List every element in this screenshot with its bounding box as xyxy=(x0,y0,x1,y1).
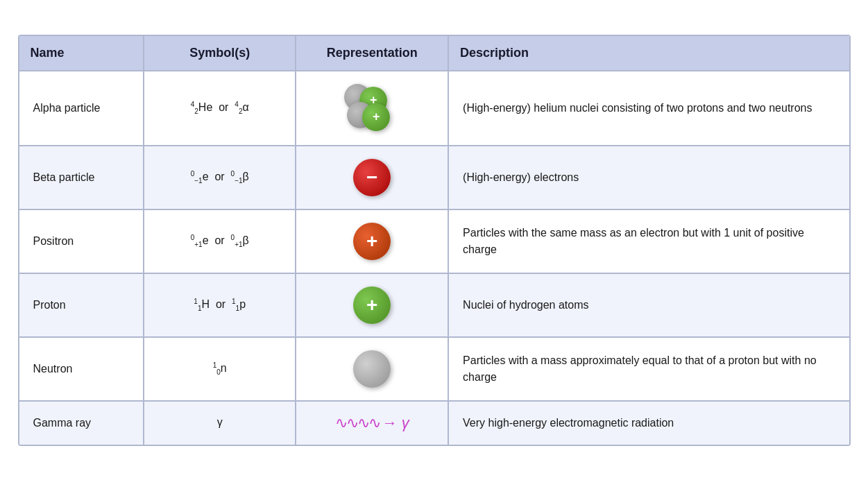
particle-representation: + xyxy=(296,273,448,337)
particle-name: Neutron xyxy=(19,337,144,401)
beta-particle-icon: − xyxy=(353,159,391,196)
table-row: Neutron 10n Particles with a mass approx… xyxy=(19,337,849,401)
particle-representation: − xyxy=(296,146,448,209)
header-name: Name xyxy=(19,36,144,71)
particle-symbol: 0+1e or 0+1β xyxy=(144,209,296,273)
gamma-wave-icon: ∿∿∿∿ xyxy=(335,414,380,432)
header-symbol: Symbol(s) xyxy=(144,36,296,71)
gamma-arrow-icon: → xyxy=(382,414,398,432)
neutron-particle-icon xyxy=(353,350,391,388)
particle-description: Particles with a mass approximately equa… xyxy=(448,337,849,401)
alpha-representation: + + xyxy=(310,84,434,132)
header-description: Description xyxy=(448,36,849,71)
gamma-representation: ∿∿∿∿ → γ xyxy=(310,414,434,432)
particle-description: Very high-energy electromagnetic radiati… xyxy=(448,401,849,445)
particle-name: Beta particle xyxy=(19,146,144,209)
positron-particle-icon: + xyxy=(353,223,391,260)
proton-representation: + xyxy=(310,286,434,324)
particle-name: Positron xyxy=(19,209,144,273)
table-row: Alpha particle 42He or 42α + + (High-ene… xyxy=(19,71,849,146)
main-table: Name Symbol(s) Representation Descriptio… xyxy=(18,35,851,446)
positron-representation: + xyxy=(310,223,434,260)
neutron-representation xyxy=(310,350,434,388)
particle-description: (High-energy) electrons xyxy=(448,146,849,209)
particle-representation: + xyxy=(296,209,448,273)
table-row: Positron 0+1e or 0+1β + Particles with t… xyxy=(19,209,849,273)
particle-description: Nuclei of hydrogen atoms xyxy=(448,273,849,337)
header-representation: Representation xyxy=(296,36,448,71)
table-row: Beta particle 0−1e or 0−1β − (High-energ… xyxy=(19,146,849,209)
particle-symbol: 42He or 42α xyxy=(144,71,296,146)
particle-symbol: γ xyxy=(144,401,296,445)
particle-symbol: 0−1e or 0−1β xyxy=(144,146,296,209)
particle-symbol: 10n xyxy=(144,337,296,401)
particle-representation xyxy=(296,337,448,401)
beta-representation: − xyxy=(310,159,434,196)
particle-name: Gamma ray xyxy=(19,401,144,445)
particle-description: Particles with the same mass as an elect… xyxy=(448,209,849,273)
particle-representation: ∿∿∿∿ → γ xyxy=(296,401,448,445)
particle-representation: + + xyxy=(296,71,448,146)
table-header-row: Name Symbol(s) Representation Descriptio… xyxy=(19,36,849,71)
table-row: Gamma ray γ ∿∿∿∿ → γ Very high-energy el… xyxy=(19,401,849,445)
gamma-label: γ xyxy=(402,414,409,432)
particle-name: Proton xyxy=(19,273,144,337)
particle-name: Alpha particle xyxy=(19,71,144,146)
proton-particle-icon: + xyxy=(353,286,391,324)
particle-symbol: 11H or 11p xyxy=(144,273,296,337)
table-row: Proton 11H or 11p + Nuclei of hydrogen a… xyxy=(19,273,849,337)
particle-description: (High-energy) helium nuclei consisting o… xyxy=(448,71,849,146)
